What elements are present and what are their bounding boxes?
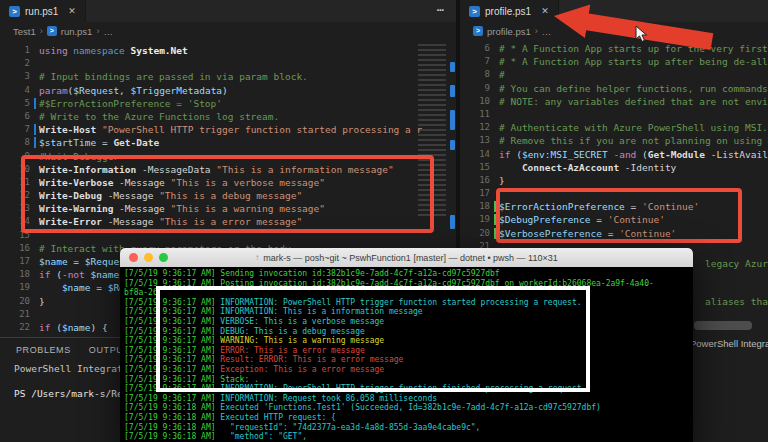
annotation-box-log-output [156, 286, 590, 392]
code-line: 14if ($env:MSI_SECRET -and (Get-Module -… [460, 148, 768, 161]
code-line: 6# * A Function App starts up for the ve… [460, 42, 768, 55]
line-number: 17 [0, 255, 39, 268]
console-prompt[interactable]: PS /Users/mark-s/Repo [14, 388, 134, 399]
code-line: 5#$ErrorActionPreference = 'Stop' [0, 97, 456, 110]
terminal-line: [7/5/19 9:36:17 AM] INFORMATION: Request… [124, 394, 693, 404]
chevron-right-icon: › [40, 26, 43, 36]
tab-label-profile-ps1: profile.ps1 [485, 6, 531, 17]
line-number: 7 [0, 123, 39, 136]
code-line: 9# You can define helper functions, run … [460, 82, 768, 95]
terminal-line: [7/5/19 9:36:18 AM] Executed 'Functions.… [124, 403, 693, 413]
line-number: 18 [460, 200, 499, 213]
line-number: 9 [460, 82, 499, 95]
tab-label-run-ps1: run.ps1 [25, 6, 58, 17]
chevron-right-icon: › [96, 26, 99, 36]
tab-run-ps1[interactable]: > run.ps1 ✕ [0, 0, 86, 22]
terminal-title-bar[interactable]: ↑ mark-s — posh~git ~ PswhFunction1 [mas… [120, 248, 693, 267]
line-number: 22 [0, 321, 39, 334]
terminal-line: [7/5/19 9:36:17 AM] Sending invocation i… [124, 269, 693, 279]
code-line: 11 [460, 108, 768, 121]
breadcrumb-right[interactable]: > profile.ps1 › … [460, 22, 768, 40]
line-number: 19 [0, 281, 39, 294]
close-icon[interactable]: ✕ [541, 6, 549, 16]
line-number: 4 [0, 84, 39, 97]
minimize-window-icon[interactable] [144, 253, 153, 262]
line-number: 18 [0, 268, 39, 281]
code-line: 16} [460, 174, 768, 187]
proxy-icon: ↑ [255, 253, 259, 262]
powershell-file-icon: > [47, 26, 57, 36]
line-number: 5 [0, 97, 39, 110]
code-line: 3# Input bindings are passed in via para… [0, 70, 456, 83]
powershell-file-icon: > [469, 6, 480, 17]
code-line: 15 Connect-AzAccount -Identity [460, 161, 768, 174]
line-number: 7 [460, 55, 499, 68]
line-number: 20 [460, 227, 499, 240]
line-number: 2 [0, 57, 39, 70]
terminal-line: [7/5/19 9:36:18 AM] "method": "GET", [124, 432, 693, 442]
breadcrumb-file[interactable]: run.ps1 [61, 26, 93, 37]
line-number: 11 [460, 108, 499, 121]
powershell-file-icon: > [473, 26, 483, 36]
code-line: 1using namespace System.Net [0, 44, 456, 57]
code-fragment: legacy AzureR [705, 258, 768, 269]
breadcrumb-left[interactable]: Test1 › > run.ps1 › … [0, 22, 469, 40]
line-number: 14 [460, 148, 499, 161]
code-line: 7# * A Function App starts up after bein… [460, 55, 768, 68]
more-actions-icon[interactable]: ⋯ [425, 0, 456, 22]
line-number: 16 [0, 242, 39, 255]
line-number: 20 [0, 295, 39, 308]
close-window-icon[interactable] [129, 253, 138, 262]
line-number: 12 [460, 121, 499, 134]
terminal-line: [7/5/19 9:36:18 AM] Executed HTTP reques… [124, 413, 693, 423]
line-number: 17 [460, 187, 499, 200]
breadcrumb-symbol[interactable]: … [103, 26, 113, 37]
line-number: 6 [0, 110, 39, 123]
breadcrumb-file[interactable]: profile.ps1 [487, 26, 531, 37]
line-number: 10 [460, 95, 499, 108]
tab-bar-left: > run.ps1 ✕ ⋯ [0, 0, 456, 22]
chevron-right-icon: › [535, 26, 538, 36]
code-line: 12# Authenticate with Azure PowerShell u… [460, 121, 768, 134]
code-line: 2 [0, 57, 456, 70]
line-number: 19 [460, 213, 499, 226]
code-line: 8$startTime = Get-Date [0, 136, 456, 149]
line-number: 8 [0, 136, 39, 149]
code-line: 4param($Request, $TriggerMetadata) [0, 84, 456, 97]
line-number: 15 [460, 161, 499, 174]
line-number: 6 [460, 42, 499, 55]
line-number: 1 [0, 44, 39, 57]
annotation-box-preferences [496, 188, 742, 243]
terminal-line: [7/5/19 9:36:18 AM] "requestId": "74d237… [124, 423, 693, 433]
code-line: 7Write-Host "PowerShell HTTP trigger fun… [0, 123, 456, 136]
code-line: 8# [460, 68, 768, 81]
breadcrumb-symbol[interactable]: … [542, 26, 552, 37]
line-number: 16 [460, 174, 499, 187]
code-line: 6# Write to the Azure Functions log stre… [0, 110, 456, 123]
terminal-title: mark-s — posh~git ~ PswhFunction1 [maste… [263, 253, 557, 263]
line-number: 21 [0, 308, 39, 321]
tab-profile-ps1[interactable]: > profile.ps1 ✕ [460, 0, 559, 22]
output-channel-text: PowerShell Integrated [14, 363, 134, 374]
code-fragment: aliases that c [705, 296, 768, 307]
code-line: 10# NOTE: any variables defined that are… [460, 95, 768, 108]
maximize-window-icon[interactable] [159, 253, 168, 262]
annotation-box-write-cmdlets [21, 155, 434, 233]
scrollbar[interactable] [694, 321, 752, 330]
vscode-window: > run.ps1 ✕ ⋯ Test1 › > run.ps1 › … 1usi… [0, 0, 768, 442]
powershell-file-icon: > [9, 6, 20, 17]
line-number: 3 [0, 70, 39, 83]
tab-bar-right: > profile.ps1 ✕ [460, 0, 768, 22]
output-channel-label: PowerShell Integra [690, 338, 768, 349]
line-number: 8 [460, 68, 499, 81]
code-line: 13# Remove this if you are not planning … [460, 134, 768, 147]
tab-problems[interactable]: PROBLEMS [16, 345, 71, 355]
line-number: 13 [460, 134, 499, 147]
breadcrumb-folder[interactable]: Test1 [13, 26, 36, 37]
close-icon[interactable]: ✕ [68, 6, 76, 16]
